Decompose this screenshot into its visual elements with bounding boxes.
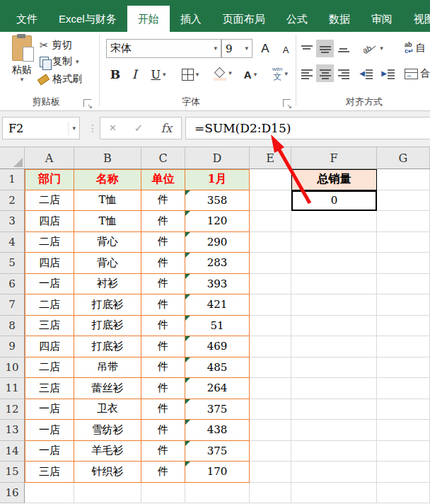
cell-G9[interactable] — [377, 336, 430, 357]
cell-A8[interactable]: 三店 — [25, 316, 74, 337]
cell-C14[interactable]: 件 — [141, 441, 185, 462]
cell-A10[interactable]: 二店 — [25, 357, 74, 379]
cell-C15[interactable]: 件 — [141, 462, 185, 483]
cell-G12[interactable] — [377, 399, 430, 420]
cell-F3[interactable] — [291, 211, 377, 232]
orientation-caret-icon[interactable] — [380, 45, 383, 52]
cell-F5[interactable] — [291, 253, 377, 274]
cell-A12[interactable]: 一店 — [25, 399, 74, 420]
cell-D6[interactable]: 393 — [185, 274, 250, 295]
cell-B1[interactable]: 名称 — [74, 169, 141, 190]
ribbon-tab-文件[interactable]: 文件 — [6, 6, 48, 32]
cell-C16[interactable] — [141, 483, 185, 504]
cell-F16[interactable] — [291, 483, 377, 504]
formula-input[interactable]: =SUM(D2:D15) — [185, 117, 430, 139]
cell-E7[interactable] — [250, 294, 291, 316]
wrap-text-button[interactable]: ab c↵ 自 — [405, 38, 430, 58]
select-all-button[interactable] — [0, 147, 25, 168]
cell-D14[interactable]: 375 — [185, 441, 250, 462]
cell-B16[interactable] — [74, 483, 141, 504]
align-bottom-button[interactable] — [335, 40, 352, 57]
cell-A2[interactable]: 二店 — [25, 190, 74, 212]
cell-G6[interactable] — [377, 274, 430, 295]
cell-B2[interactable]: T恤 — [74, 190, 141, 212]
cell-E12[interactable] — [250, 399, 291, 420]
cell-G2[interactable] — [377, 190, 430, 212]
font-color-button[interactable]: A — [238, 65, 263, 84]
cell-C8[interactable]: 件 — [141, 316, 185, 337]
cell-B13[interactable]: 雪纺衫 — [74, 420, 141, 441]
row-header-3[interactable]: 3 — [0, 211, 25, 232]
cell-D10[interactable]: 485 — [185, 357, 250, 379]
cell-F2-selected[interactable]: 0 — [291, 190, 377, 212]
fill-color-button[interactable] — [209, 64, 236, 82]
insert-function-icon[interactable]: fx — [161, 121, 172, 135]
font-size-combobox[interactable]: 9 — [221, 39, 252, 58]
ribbon-tab-插入[interactable]: 插入 — [170, 6, 212, 32]
cell-A14[interactable]: 一店 — [25, 441, 74, 462]
column-header-F[interactable]: F — [291, 147, 377, 168]
cell-E5[interactable] — [250, 253, 291, 274]
cell-B15[interactable]: 针织衫 — [74, 462, 141, 483]
clipboard-dialog-launcher-icon[interactable] — [83, 99, 91, 107]
cell-C13[interactable]: 件 — [141, 420, 185, 441]
cell-F10[interactable] — [291, 357, 377, 379]
cell-D3[interactable]: 120 — [185, 211, 250, 232]
cell-D8[interactable]: 51 — [185, 316, 250, 337]
cell-E4[interactable] — [250, 232, 291, 253]
cell-E9[interactable] — [250, 336, 291, 357]
row-header-10[interactable]: 10 — [0, 357, 25, 379]
grow-font-button[interactable]: A — [256, 40, 274, 57]
cell-D11[interactable]: 264 — [185, 378, 250, 399]
cell-B4[interactable]: 背心 — [74, 232, 141, 253]
cell-C2[interactable]: 件 — [141, 190, 185, 212]
cell-F14[interactable] — [291, 441, 377, 462]
italic-button[interactable]: I — [127, 65, 141, 84]
cell-E11[interactable] — [250, 378, 291, 399]
cell-E16[interactable] — [250, 483, 291, 504]
cell-G4[interactable] — [377, 232, 430, 253]
fill-color-caret-icon[interactable] — [228, 70, 232, 76]
cell-A3[interactable]: 四店 — [25, 211, 74, 232]
cell-E14[interactable] — [250, 441, 291, 462]
cell-E8[interactable] — [250, 316, 291, 337]
cell-B8[interactable]: 打底衫 — [74, 316, 141, 337]
merge-center-button[interactable]: ↔ 合 — [405, 65, 430, 82]
cell-C9[interactable]: 件 — [141, 336, 185, 357]
cell-D12[interactable]: 375 — [185, 399, 250, 420]
column-header-B[interactable]: B — [74, 147, 141, 168]
underline-caret-icon[interactable] — [163, 71, 166, 78]
font-color-caret-icon[interactable] — [254, 71, 257, 78]
cell-D15[interactable]: 170 — [185, 462, 250, 483]
underline-button[interactable]: U — [146, 65, 171, 84]
cell-E15[interactable] — [250, 462, 291, 483]
cell-C5[interactable]: 件 — [141, 253, 185, 274]
ribbon-tab-公式[interactable]: 公式 — [276, 6, 318, 32]
cell-D13[interactable]: 438 — [185, 420, 250, 441]
column-header-E[interactable]: E — [250, 147, 291, 168]
cell-A4[interactable]: 二店 — [25, 232, 74, 253]
cell-E3[interactable] — [250, 211, 291, 232]
cell-G14[interactable] — [377, 441, 430, 462]
column-header-G[interactable]: G — [377, 147, 430, 168]
copy-dropdown-caret-icon[interactable] — [76, 59, 79, 65]
cell-D2[interactable]: 358 — [185, 190, 250, 212]
cell-C4[interactable]: 件 — [141, 232, 185, 253]
cell-F7[interactable] — [291, 294, 377, 316]
cell-F8[interactable] — [291, 316, 377, 337]
cell-G5[interactable] — [377, 253, 430, 274]
format-painter-button[interactable]: 格式刷 — [38, 73, 82, 86]
cell-C11[interactable]: 件 — [141, 378, 185, 399]
cell-B11[interactable]: 蕾丝衫 — [74, 378, 141, 399]
cell-A6[interactable]: 一店 — [25, 274, 74, 295]
align-middle-button[interactable] — [316, 40, 334, 57]
row-header-1[interactable]: 1 — [0, 169, 25, 190]
cell-D4[interactable]: 290 — [185, 232, 250, 253]
borders-caret-icon[interactable] — [196, 71, 199, 78]
cell-G8[interactable] — [377, 316, 430, 337]
shrink-font-button[interactable]: A — [277, 42, 294, 57]
cell-E6[interactable] — [250, 274, 291, 295]
cell-C10[interactable]: 件 — [141, 357, 185, 379]
cell-A11[interactable]: 三店 — [25, 378, 74, 399]
bold-button[interactable]: B — [108, 65, 123, 84]
